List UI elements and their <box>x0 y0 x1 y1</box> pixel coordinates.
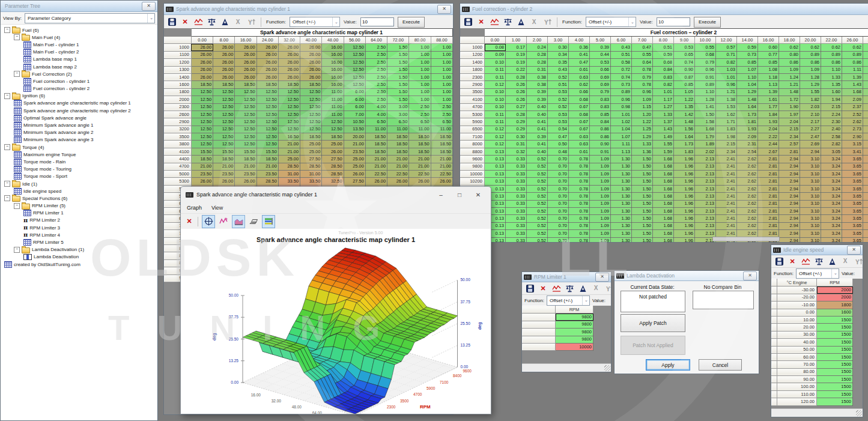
map-cell[interactable]: 26.00 <box>278 51 300 58</box>
map-cell[interactable]: 0.85 <box>674 81 695 88</box>
map-cell[interactable]: 2.82 <box>821 141 842 148</box>
map-cell[interactable]: 6.50 <box>365 118 387 126</box>
map-cell[interactable]: 16.00 <box>322 51 344 58</box>
map-cell[interactable]: 1.50 <box>632 237 653 242</box>
map-cell[interactable]: 21.00 <box>235 163 256 170</box>
map-cell[interactable]: 20.00 <box>344 133 365 141</box>
row-header[interactable]: 8000 <box>461 141 485 148</box>
map-cell[interactable]: 0.84 <box>590 118 611 126</box>
tree-item[interactable]: Fuel correction - cylinder 1 <box>1 77 157 85</box>
map-cell[interactable]: 0.68 <box>695 51 716 58</box>
map-cell[interactable]: 12.50 <box>322 126 344 133</box>
col-header[interactable]: 48.00 <box>322 37 344 44</box>
map-cell[interactable]: 2.31 <box>737 141 758 148</box>
map-cell[interactable]: 0.19 <box>506 59 527 66</box>
map-cell[interactable]: 18.50 <box>387 133 409 141</box>
map-cell[interactable]: 0.50 <box>548 141 569 148</box>
map-cell[interactable]: 26.00 <box>213 73 235 80</box>
map-cell[interactable]: 0.86 <box>821 59 842 66</box>
map-cell[interactable]: 6.50 <box>431 118 452 126</box>
map-cell[interactable]: 0.85 <box>758 59 779 66</box>
map-cell[interactable]: 1.96 <box>674 207 695 214</box>
map-cell[interactable]: 12.50 <box>191 126 213 133</box>
map-cell[interactable]: 0.41 <box>527 118 548 126</box>
map-cell[interactable]: 1.73 <box>674 141 695 148</box>
map-cell[interactable]: 3.10 <box>800 215 821 222</box>
map-cell[interactable]: 23.50 <box>235 171 256 178</box>
map-cell[interactable]: 0.31 <box>527 66 548 73</box>
map-cell[interactable]: 18.50 <box>322 133 344 141</box>
map-cell[interactable]: 0.78 <box>569 156 590 163</box>
map-cell[interactable]: 1.08 <box>758 66 779 73</box>
map-cell[interactable]: 0.53 <box>548 111 569 118</box>
row-header[interactable]: 3500 <box>165 133 192 141</box>
map-cell[interactable]: 26.00 <box>235 44 256 51</box>
map-cell[interactable]: 0.78 <box>569 222 590 229</box>
col-header[interactable]: 3.00 <box>548 37 569 44</box>
map-cell[interactable] <box>863 96 868 103</box>
save-icon[interactable] <box>525 283 535 293</box>
map-cell[interactable]: 1.59 <box>653 148 674 155</box>
map-cell[interactable]: 1.00 <box>431 66 452 73</box>
map-cell[interactable]: 3.65 <box>842 215 863 222</box>
map-cell[interactable]: 1.64 <box>674 133 695 141</box>
map-cell[interactable]: 0.71 <box>716 51 737 58</box>
map-cell[interactable]: 0.52 <box>527 193 548 200</box>
map-cell[interactable]: 21.00 <box>278 148 300 155</box>
map-cell[interactable]: 21.00 <box>256 163 278 170</box>
map-cell[interactable]: 32.50 <box>322 178 344 185</box>
map-cell[interactable]: 0.67 <box>569 126 590 133</box>
map-cell[interactable]: 1.50 <box>387 81 409 88</box>
map-cell[interactable]: 0.33 <box>506 237 527 242</box>
map-cell[interactable]: 2.62 <box>737 185 758 192</box>
map-cell[interactable]: 2.81 <box>758 200 779 207</box>
map-cell[interactable]: 0.82 <box>653 81 674 88</box>
map-cell[interactable]: 0.78 <box>632 81 653 88</box>
map-cell[interactable]: 0.29 <box>506 118 527 126</box>
map-cell[interactable]: 0.89 <box>695 81 716 88</box>
map-cell[interactable]: 0.86 <box>590 133 611 141</box>
map-cell[interactable]: 0.89 <box>821 51 842 58</box>
map-cell[interactable]: 2.50 <box>431 103 452 111</box>
map-cell[interactable]: 12.50 <box>344 51 365 58</box>
compare-icon[interactable] <box>516 17 526 27</box>
map-cell[interactable]: 0.70 <box>548 185 569 192</box>
map-cell[interactable]: 1.68 <box>842 88 863 95</box>
map-cell[interactable]: 21.00 <box>365 163 387 170</box>
map-cell[interactable]: 2.81 <box>758 193 779 200</box>
surface-plot[interactable]: 0.000.0013.2513.2525.5025.5037.7537.7550… <box>181 246 491 414</box>
tree-item[interactable]: Torque mode - Rain <box>1 158 157 165</box>
map-cell[interactable]: 0.12 <box>485 133 506 141</box>
map-cell[interactable]: 2.94 <box>779 163 800 170</box>
map-cell[interactable]: 27.50 <box>322 156 344 163</box>
map-cell[interactable]: 0.83 <box>653 73 674 80</box>
map-cell[interactable]: 3.10 <box>800 185 821 192</box>
map-cell[interactable]: 0.52 <box>548 96 569 103</box>
map-cell[interactable]: 1.61 <box>758 96 779 103</box>
map-cell[interactable]: 12.50 <box>344 73 365 80</box>
map-cell[interactable]: 27.50 <box>344 178 365 185</box>
row-header[interactable]: 10000 <box>461 171 485 178</box>
map-cell[interactable]: 0.51 <box>548 81 569 88</box>
map-cell[interactable]: 12.50 <box>256 103 278 111</box>
map-cell[interactable]: 2.50 <box>365 44 387 51</box>
scale-icon[interactable] <box>207 17 216 27</box>
map-cell[interactable]: 1.50 <box>632 193 653 200</box>
map-cell[interactable]: 2.90 <box>842 133 863 141</box>
map-cell[interactable]: 1.93 <box>737 126 758 133</box>
map-cell[interactable]: 0.40 <box>527 103 548 111</box>
map-cell[interactable]: 1.29 <box>800 81 821 88</box>
map-cell[interactable]: 1.50 <box>632 200 653 207</box>
map-cell[interactable]: 1.41 <box>695 103 716 111</box>
map-cell[interactable]: 16.00 <box>322 73 344 80</box>
map-cell[interactable]: 0.39 <box>527 133 548 141</box>
minimize-icon[interactable]: – <box>433 189 449 200</box>
map-cell[interactable]: 0.53 <box>590 59 611 66</box>
map-cell[interactable]: 1.50 <box>632 222 653 229</box>
row-header[interactable]: 10.00 <box>777 316 817 323</box>
map-cell[interactable]: 2.73 <box>842 126 863 133</box>
map-cell[interactable]: 1.50 <box>695 111 716 118</box>
map-cell[interactable]: 2.94 <box>779 200 800 207</box>
row-header[interactable]: 50.00 <box>777 346 817 353</box>
map-cell[interactable]: 12.50 <box>300 88 322 95</box>
